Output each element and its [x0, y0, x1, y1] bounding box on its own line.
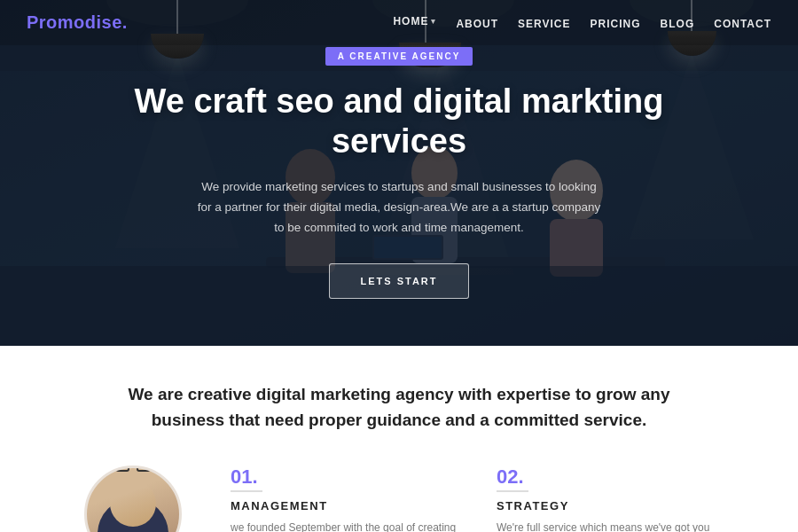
- feature-divider-2: [497, 490, 528, 492]
- nav-about-label: ABOUT: [456, 18, 498, 30]
- section-tagline: We are creative digital marketing agency…: [106, 381, 692, 434]
- feature-text-1: we founded September with the goal of cr…: [231, 520, 461, 532]
- nav-pricing-label: PRICING: [591, 18, 641, 30]
- logo-suffix: dise.: [85, 12, 128, 32]
- hero-section: A CREATIVE AGENCY We craft seo and digit…: [0, 0, 798, 346]
- about-section: We are creative digital marketing agency…: [0, 346, 798, 532]
- portrait-column: [53, 466, 213, 532]
- glasses-bridge: [129, 466, 137, 466]
- nav-blog-label: BLOG: [661, 18, 695, 30]
- nav-item-pricing[interactable]: PRICING: [591, 15, 641, 31]
- person-portrait: [84, 466, 182, 532]
- nav-menu: HOME ▾ ABOUT SERVICE PRICING BLOG CONTAC…: [393, 15, 771, 31]
- management-feature: 01. MANAGEMENT we founded September with…: [213, 466, 479, 532]
- navbar: Promodise. HOME ▾ ABOUT SERVICE PRICING …: [0, 0, 798, 45]
- nav-item-blog[interactable]: BLOG: [661, 15, 695, 31]
- feature-text-2: We're full service which means we've got…: [497, 520, 727, 532]
- nav-home-label: HOME: [393, 15, 428, 27]
- nav-service-label: SERVICE: [518, 18, 570, 30]
- logo[interactable]: Promodise.: [27, 12, 128, 33]
- hero-content: A CREATIVE AGENCY We craft seo and digit…: [115, 47, 683, 298]
- nav-item-home[interactable]: HOME ▾: [393, 15, 436, 31]
- chevron-down-icon: ▾: [431, 17, 436, 26]
- feature-title-1: MANAGEMENT: [231, 499, 461, 512]
- feature-divider-1: [231, 490, 262, 492]
- feature-title-2: STRATEGY: [497, 499, 727, 512]
- glasses-left-frame: [115, 466, 129, 472]
- strategy-feature: 02. STRATEGY We're full service which me…: [479, 466, 745, 532]
- nav-item-service[interactable]: SERVICE: [518, 15, 570, 31]
- logo-accent: Promo: [27, 12, 85, 32]
- hero-description: We provide marketing services to startup…: [195, 177, 603, 239]
- nav-item-contact[interactable]: CONTACT: [714, 15, 771, 31]
- glasses-icon: [115, 466, 151, 473]
- feature-number-2: 02.: [497, 466, 727, 489]
- portrait-head: [110, 481, 156, 527]
- feature-number-1: 01.: [231, 466, 461, 489]
- nav-item-about[interactable]: ABOUT: [456, 15, 498, 31]
- hero-badge: A CREATIVE AGENCY: [325, 47, 473, 66]
- hero-title: We craft seo and digital markting servic…: [133, 82, 665, 161]
- nav-contact-label: CONTACT: [714, 18, 771, 30]
- glasses-right-frame: [137, 466, 151, 472]
- hero-cta-button[interactable]: LETS START: [329, 263, 468, 299]
- features-row: 01. MANAGEMENT we founded September with…: [53, 466, 745, 532]
